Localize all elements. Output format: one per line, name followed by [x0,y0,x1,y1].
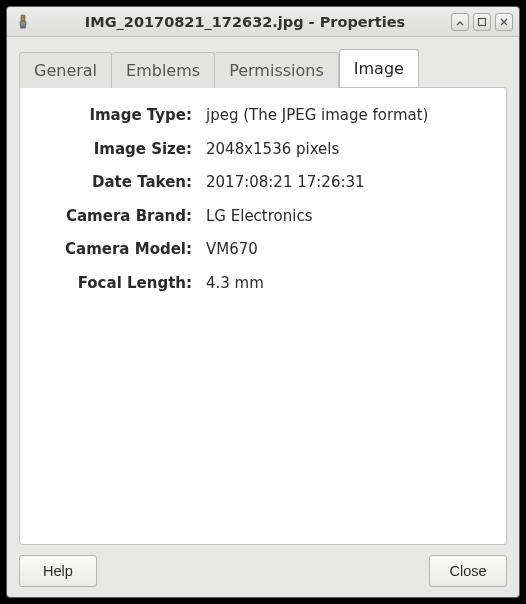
tab-strip: General Emblems Permissions Image [19,49,507,87]
label-focal-length: Focal Length: [42,274,192,294]
svg-rect-0 [21,15,25,21]
help-button[interactable]: Help [19,555,97,587]
value-focal-length: 4.3 mm [206,274,484,294]
tab-permissions[interactable]: Permissions [215,52,339,88]
close-button[interactable] [495,13,513,31]
app-icon [15,14,31,30]
close-dialog-button[interactable]: Close [429,555,507,587]
label-camera-model: Camera Model: [42,240,192,260]
minimize-button[interactable] [451,13,469,31]
value-date-taken: 2017:08:21 17:26:31 [206,173,484,193]
svg-rect-1 [20,21,26,26]
value-image-type: jpeg (The JPEG image format) [206,106,484,126]
value-camera-brand: LG Electronics [206,207,484,227]
svg-rect-3 [479,18,486,25]
tab-emblems[interactable]: Emblems [112,52,215,88]
label-camera-brand: Camera Brand: [42,207,192,227]
dialog-footer: Help Close [19,545,507,587]
label-date-taken: Date Taken: [42,173,192,193]
value-image-size: 2048x1536 pixels [206,140,484,160]
notebook: General Emblems Permissions Image Image … [19,49,507,545]
window-body: General Emblems Permissions Image Image … [7,37,519,597]
tabpage-image: Image Type: jpeg (The JPEG image format)… [19,87,507,545]
window-title: IMG_20170821_172632.jpg - Properties [39,14,451,30]
tab-image[interactable]: Image [339,49,419,87]
property-list: Image Type: jpeg (The JPEG image format)… [42,106,484,293]
titlebar: IMG_20170821_172632.jpg - Properties [7,7,519,37]
window-controls [451,13,513,31]
svg-rect-2 [20,26,26,29]
maximize-button[interactable] [473,13,491,31]
value-camera-model: VM670 [206,240,484,260]
label-image-type: Image Type: [42,106,192,126]
tab-general[interactable]: General [19,52,112,88]
label-image-size: Image Size: [42,140,192,160]
properties-window: IMG_20170821_172632.jpg - Properties Gen… [6,6,520,598]
